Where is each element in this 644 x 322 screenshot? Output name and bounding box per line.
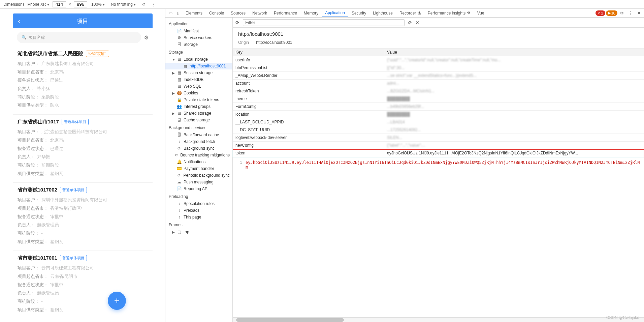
value-viewer: 1 eyJhbGciOiJSUzI1NiJ9.eyJle1111HAiOjE2O… [233,157,644,317]
value-code[interactable]: eyJhbGciOiJSUzI1NiJ9.eyJle1111HAiOjE2OTc… [246,160,641,315]
sidebar-item[interactable]: ↕This page [165,214,232,221]
storage-row[interactable]: tokeneyJhbGciOiJSUzI1NiJ9.eyJle1111HAiOj… [233,149,644,157]
card-title: 省市测试1017001 [18,255,57,261]
sidebar-item[interactable]: 🗄Storage [165,41,232,48]
delete-icon[interactable]: ✕ [415,20,419,25]
sidebar-item[interactable]: 🔒Private state tokens [165,96,232,103]
tab-recorder-[interactable]: Recorder ⚗ [396,9,424,17]
storage-row[interactable]: btnPermissionList[{"id":30... [233,64,644,72]
more-icon[interactable]: ⋮ [149,1,157,7]
card-field: 项目供材类型：防水 [18,101,148,110]
sidebar-item[interactable]: ⟳Background sync [165,145,232,152]
width-input[interactable] [53,1,66,7]
project-card[interactable]: 广东省佛山市1017普通单体项目项目客户：北京壹佰壹拾壹医药科技有限公司项目起点… [13,115,153,183]
close-devtools-icon[interactable]: ✕ [635,10,643,16]
devtools-tabs: ▭ ▯ ElementsConsoleSourcesNetworkPerform… [165,9,644,18]
project-card[interactable]: 湖北省武汉市省第二人民医院经销商项目项目客户：广东腾越装饰工程有限公司项目起点省… [13,47,153,115]
tab-performance-insights-[interactable]: Performance insights ⚗ [424,9,474,17]
sidebar-item[interactable]: ▼▦Local storage [165,56,232,63]
project-card[interactable]: 省市测试1017002普通单体项目项目客户：深圳中外服移民投资顾问有限公司项目起… [13,183,153,251]
error-count[interactable]: ⊘ 2 [595,10,605,16]
sidebar-item[interactable]: 💳Payment handler [165,165,232,172]
inspect-icon[interactable]: ▭ [167,10,174,16]
sidebar-item-label: Back/forward cache [184,133,219,137]
sidebar-item[interactable]: 🔔Notifications [165,158,232,165]
sidebar-item-icon: ▦ [177,111,182,116]
add-button[interactable]: + [108,292,126,310]
sidebar-item[interactable]: ▶▢top [165,229,232,235]
key-header[interactable]: Key [233,49,384,56]
sidebar-item[interactable]: ⚙Service workers [165,34,232,41]
tab-console[interactable]: Console [206,9,227,17]
sidebar-item[interactable]: 📄Reporting API [165,185,232,192]
tab-elements[interactable]: Elements [182,9,206,17]
sidebar-item-icon: ⚙ [177,35,182,40]
warning-count[interactable]: ▶ 10 [606,10,617,16]
storage-row[interactable]: loglevel:webpack-dev-serverSILEN... [233,134,644,142]
sidebar-item-label: Periodic background sync [184,173,230,178]
storage-row[interactable]: refreshToken...BZGl2ZDA...MCIsInN1... [233,87,644,95]
project-card[interactable]: 省市测试1017001普通单体项目项目客户：云南可乐建筑工程有限公司项目起点省市… [13,251,153,319]
storage-row[interactable]: __DC_STAT_UUID...172552614092... [233,126,644,134]
tab-network[interactable]: Network [249,9,270,17]
tab-vue[interactable]: Vue [474,9,488,17]
scrollbar-thumb[interactable] [236,318,344,322]
tab-lighthouse[interactable]: Lighthouse [369,9,396,17]
tab-memory[interactable]: Memory [300,9,322,17]
horizontal-scrollbar[interactable] [233,317,644,322]
reload-icon[interactable]: ⟳ [235,20,239,25]
zoom-dropdown[interactable]: 100% ▾ [89,2,107,7]
search-input[interactable]: 🔍 项目名称 [17,32,141,43]
sidebar-item[interactable]: ▦Web SQL [165,83,232,90]
throttling-dropdown[interactable]: No throttling ▾ [109,2,138,7]
rotate-icon[interactable]: ⟲ [140,1,147,7]
sidebar-item[interactable]: ▶▦Session storage [165,69,232,76]
height-input[interactable] [74,1,87,7]
sidebar-group-title: Frames [165,221,232,229]
sidebar-item[interactable]: ▶🍪Cookies [165,90,232,96]
sidebar-item-icon: 📄 [177,29,182,33]
back-icon[interactable]: ‹ [18,18,20,25]
card-field: 负责人：尹华振 [18,153,148,161]
sidebar-item-label: Background fetch [184,139,215,144]
filter-input[interactable] [243,19,405,26]
storage-row[interactable]: theme████████ [233,95,644,103]
tab-application[interactable]: Application [322,9,348,17]
kebab-icon[interactable]: ⋮ [626,10,635,16]
dimensions-dropdown[interactable]: Dimensions: iPhone XR ▾ [2,2,51,7]
app-header: ‹ 项目 [13,13,153,28]
tab-performance[interactable]: Performance [270,9,300,17]
device-icon[interactable]: ▯ [175,10,182,16]
sidebar-item-icon: 🔔 [177,159,182,164]
storage-row[interactable]: location████████ [233,111,644,118]
sidebar-item[interactable]: ↕Preloads [165,207,232,214]
filter-icon[interactable]: ⚙ [144,34,149,41]
sidebar-item[interactable]: ⟳Bounce tracking mitigations [165,152,232,158]
sidebar-item[interactable]: 🗄Cache storage [165,117,232,123]
storage-key: theme [233,95,384,103]
card-field: 项目客户：北京壹佰壹拾壹医药科技有限公司 [18,128,148,136]
sidebar-item[interactable]: ⟳Periodic background sync [165,172,232,179]
storage-row[interactable]: accountadmi... [233,80,644,87]
sidebar-item[interactable]: ↕Speculation rules [165,200,232,207]
tab-security[interactable]: Security [348,9,369,17]
clear-icon[interactable]: ⊘ [408,20,412,25]
sidebar-item-icon: ▢ [177,230,182,234]
storage-row[interactable]: FormConfig...b49b03856eb29f... [233,103,644,111]
storage-row[interactable]: _AMap_WebGLRender...se strict";var __ext… [233,72,644,80]
settings-icon[interactable]: ⚙ [618,10,626,16]
sidebar-item[interactable]: ↕Background fetch [165,138,232,145]
sidebar-item[interactable]: ☁Push messaging [165,179,232,185]
storage-row[interactable]: __LAST_DCLOUD_APPID...LBA014 [233,118,644,126]
sidebar-item-icon: ⟳ [177,146,182,151]
sidebar-item[interactable]: 📄Manifest [165,28,232,34]
tab-sources[interactable]: Sources [227,9,249,17]
sidebar-item[interactable]: ▦IndexedDB [165,76,232,83]
storage-row[interactable]: nevConfig{"label":"...","value":... [233,142,644,149]
sidebar-item[interactable]: ▶▦Shared storage [165,110,232,117]
sidebar-item[interactable]: 👥Interest groups [165,103,232,110]
value-header[interactable]: Value [384,49,644,56]
sidebar-subitem[interactable]: ▦http://localhost:9001 [165,63,232,69]
storage-row[interactable]: userInfo{"uuid":"...","creatorId":null,"… [233,56,644,64]
sidebar-item[interactable]: 🗄Back/forward cache [165,131,232,138]
